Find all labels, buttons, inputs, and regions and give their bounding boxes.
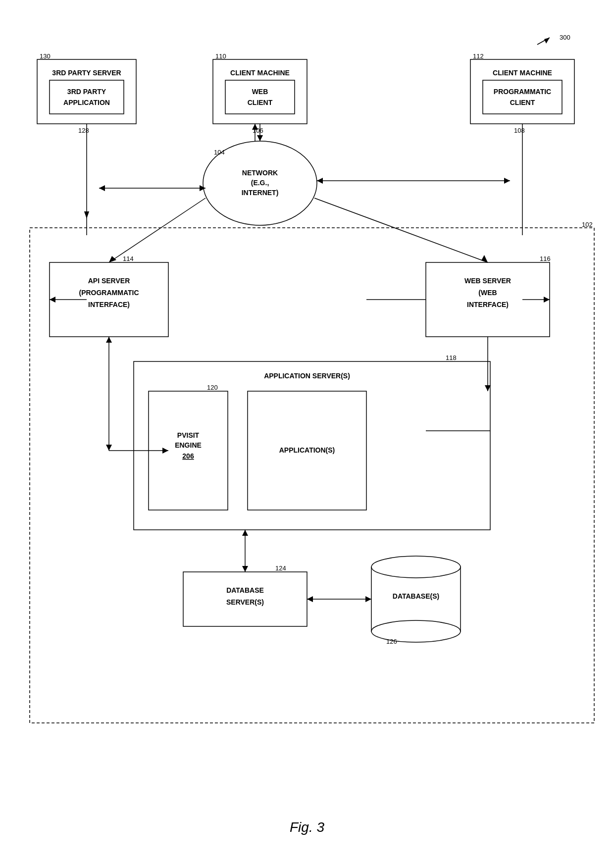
svg-marker-1 [544, 38, 550, 44]
ref-120: 120 [207, 384, 218, 391]
database-top [371, 556, 460, 578]
ref-108: 108 [514, 127, 525, 134]
prog-client-label2: CLIENT [510, 99, 535, 106]
prog-client-label1: PROGRAMMATIC [494, 88, 551, 96]
prog-client-box [483, 80, 562, 114]
network-label3: INTERNET) [242, 189, 279, 197]
web-client-box [225, 80, 295, 114]
web-client-label1: WEB [252, 88, 268, 96]
database-bottom [371, 620, 460, 642]
ref-114: 114 [123, 255, 134, 262]
third-party-app-box [50, 80, 124, 114]
ref-128: 128 [78, 127, 89, 134]
client-machine-prog-label1: CLIENT MACHINE [493, 69, 552, 77]
database-label1: DATABASE(S) [393, 592, 439, 600]
api-server-label1: API SERVER [88, 277, 130, 285]
svg-marker-7 [317, 178, 323, 184]
ref-126: 126 [386, 638, 397, 645]
figure-label: Fig. 3 [290, 819, 324, 835]
client-machine-web-label1: CLIENT MACHINE [230, 69, 290, 77]
ref-116: 116 [540, 255, 551, 262]
web-server-label1: WEB SERVER [464, 277, 511, 285]
database-server-label2: SERVER(S) [226, 598, 264, 606]
svg-marker-2 [99, 185, 105, 191]
ref-102: 102 [582, 221, 593, 228]
api-server-label3: INTERFACE) [88, 301, 130, 308]
third-party-server-label: 3RD PARTY SERVER [52, 69, 121, 77]
figure-number: 300 [560, 34, 570, 41]
pvisit-engine-label3: 206 [182, 452, 194, 460]
api-server-label2: (PROGRAMMATIC [79, 289, 139, 297]
ref-110: 110 [215, 52, 226, 60]
app-server-label1: APPLICATION SERVER(S) [264, 372, 350, 380]
web-client-label2: CLIENT [248, 99, 273, 106]
network-label2: (E.G., [251, 179, 269, 187]
pvisit-engine-label1: PVISIT [177, 431, 200, 439]
third-party-app-label2: APPLICATION [63, 99, 110, 106]
database-server-label1: DATABASE [226, 586, 264, 594]
ref-130: 130 [40, 52, 51, 60]
web-server-label2: (WEB [478, 289, 497, 297]
svg-marker-4 [257, 135, 263, 141]
svg-marker-6 [504, 178, 510, 184]
ref-124: 124 [275, 564, 286, 572]
network-label1: NETWORK [242, 169, 278, 177]
ref-112: 112 [473, 52, 484, 60]
ref-104: 104 [214, 149, 225, 156]
pvisit-engine-label2: ENGINE [175, 441, 202, 449]
ref-118: 118 [446, 354, 457, 361]
third-party-app-label1: 3RD PARTY [67, 88, 106, 96]
web-server-label3: INTERFACE) [467, 301, 509, 308]
diagram-container: 300 3RD PARTY SERVER 3RD PARTY APPLICATI… [0, 0, 614, 868]
applications-label1: APPLICATION(S) [279, 446, 335, 454]
